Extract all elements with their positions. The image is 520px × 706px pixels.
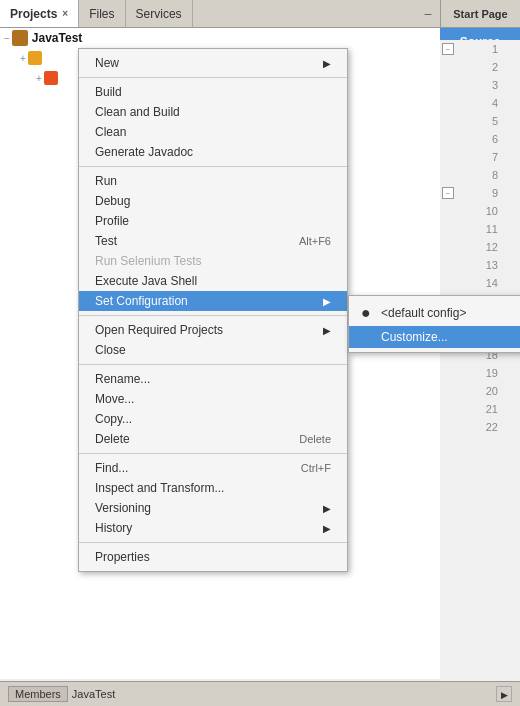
line-numbers-panel: 1−23456789−1011121314151617−1819202122	[440, 40, 520, 706]
status-members-label: Members	[8, 686, 68, 702]
submenu-item-customize[interactable]: Customize...	[349, 326, 520, 348]
line-number-12: 12	[440, 238, 520, 256]
menu-separator-sep1	[79, 77, 347, 78]
tree-collapse-icon: −	[4, 33, 10, 44]
menu-separator-sep3	[79, 315, 347, 316]
menu-arrow-new: ▶	[323, 58, 331, 69]
menu-item-new[interactable]: New▶	[79, 53, 347, 73]
line-number-4: 4	[440, 94, 520, 112]
project-icon	[12, 30, 28, 46]
line-number-20: 20	[440, 382, 520, 400]
line-number-3: 3	[440, 76, 520, 94]
tab-services-label: Services	[136, 7, 182, 21]
tree-root-label: JavaTest	[32, 31, 82, 45]
line-number-21: 21	[440, 400, 520, 418]
set-configuration-submenu: ●<default config>Customize...	[348, 295, 520, 353]
menu-item-label-delete: Delete	[95, 432, 130, 446]
menu-item-copy[interactable]: Copy...	[79, 409, 347, 429]
line-number-9: 9−	[440, 184, 520, 202]
submenu-label-customize: Customize...	[381, 330, 448, 344]
menu-item-label-clean-build: Clean and Build	[95, 105, 180, 119]
menu-separator-sep5	[79, 453, 347, 454]
menu-item-generate-javadoc[interactable]: Generate Javadoc	[79, 142, 347, 162]
menu-item-label-debug: Debug	[95, 194, 130, 208]
line-number-19: 19	[440, 364, 520, 382]
tree-leaf-icon: +	[36, 73, 42, 84]
menu-item-move[interactable]: Move...	[79, 389, 347, 409]
status-icon-area: ▶	[496, 686, 512, 702]
tab-services[interactable]: Services	[126, 0, 193, 27]
line-number-8: 8	[440, 166, 520, 184]
menu-separator-sep4	[79, 364, 347, 365]
menu-item-label-find: Find...	[95, 461, 128, 475]
menu-item-profile[interactable]: Profile	[79, 211, 347, 231]
menu-item-run[interactable]: Run	[79, 171, 347, 191]
menu-item-label-build: Build	[95, 85, 122, 99]
line-number-2: 2	[440, 58, 520, 76]
menu-item-label-generate-javadoc: Generate Javadoc	[95, 145, 193, 159]
menu-item-debug[interactable]: Debug	[79, 191, 347, 211]
line-number-6: 6	[440, 130, 520, 148]
menu-item-inspect[interactable]: Inspect and Transform...	[79, 478, 347, 498]
gutter-fold-icon-9[interactable]: −	[442, 187, 454, 199]
menu-item-find[interactable]: Find...Ctrl+F	[79, 458, 347, 478]
gutter-fold-icon-1[interactable]: −	[442, 43, 454, 55]
menu-item-open-required[interactable]: Open Required Projects▶	[79, 320, 347, 340]
context-menu: New▶BuildClean and BuildCleanGenerate Ja…	[78, 48, 348, 572]
menu-item-close[interactable]: Close	[79, 340, 347, 360]
tab-projects[interactable]: Projects ×	[0, 0, 79, 27]
menu-item-label-open-required: Open Required Projects	[95, 323, 223, 337]
menu-item-label-copy: Copy...	[95, 412, 132, 426]
tab-files-label: Files	[89, 7, 114, 21]
menu-item-label-run: Run	[95, 174, 117, 188]
menu-item-label-properties: Properties	[95, 550, 150, 564]
folder-icon	[28, 51, 42, 65]
menu-item-label-history: History	[95, 521, 132, 535]
menu-item-set-config[interactable]: Set Configuration▶	[79, 291, 347, 311]
line-number-22: 22	[440, 418, 520, 436]
tab-bar: Projects × Files Services −	[0, 0, 440, 28]
menu-item-properties[interactable]: Properties	[79, 547, 347, 567]
line-number-5: 5	[440, 112, 520, 130]
status-button[interactable]: ▶	[496, 686, 512, 702]
menu-shortcut-delete: Delete	[299, 433, 331, 445]
menu-item-clean[interactable]: Clean	[79, 122, 347, 142]
menu-item-label-execute-java: Execute Java Shell	[95, 274, 197, 288]
status-project-label: JavaTest	[72, 688, 115, 700]
menu-item-label-test: Test	[95, 234, 117, 248]
line-number-7: 7	[440, 148, 520, 166]
menu-arrow-set-config: ▶	[323, 296, 331, 307]
submenu-label-default-config: <default config>	[381, 306, 466, 320]
menu-arrow-open-required: ▶	[323, 325, 331, 336]
menu-item-rename[interactable]: Rename...	[79, 369, 347, 389]
start-page-label: Start Page	[453, 8, 507, 20]
submenu-item-default-config[interactable]: ●<default config>	[349, 300, 520, 326]
menu-item-history[interactable]: History▶	[79, 518, 347, 538]
menu-item-clean-build[interactable]: Clean and Build	[79, 102, 347, 122]
menu-item-label-close: Close	[95, 343, 126, 357]
tab-projects-close[interactable]: ×	[62, 8, 68, 19]
menu-arrow-versioning: ▶	[323, 503, 331, 514]
menu-item-delete[interactable]: DeleteDelete	[79, 429, 347, 449]
menu-item-versioning[interactable]: Versioning▶	[79, 498, 347, 518]
menu-item-label-move: Move...	[95, 392, 134, 406]
menu-separator-sep6	[79, 542, 347, 543]
menu-item-execute-java[interactable]: Execute Java Shell	[79, 271, 347, 291]
tab-projects-label: Projects	[10, 7, 57, 21]
menu-item-build[interactable]: Build	[79, 82, 347, 102]
line-number-1: 1−	[440, 40, 520, 58]
menu-item-label-run-selenium: Run Selenium Tests	[95, 254, 202, 268]
tab-files[interactable]: Files	[79, 0, 125, 27]
menu-item-label-clean: Clean	[95, 125, 126, 139]
menu-item-label-new: New	[95, 56, 119, 70]
menu-item-test[interactable]: TestAlt+F6	[79, 231, 347, 251]
menu-shortcut-find: Ctrl+F	[301, 462, 331, 474]
menu-arrow-history: ▶	[323, 523, 331, 534]
start-page-tab[interactable]: Start Page	[440, 0, 520, 28]
line-number-10: 10	[440, 202, 520, 220]
submenu-bullet-default-config: ●	[361, 304, 377, 322]
menu-item-label-rename: Rename...	[95, 372, 150, 386]
menu-item-label-set-config: Set Configuration	[95, 294, 188, 308]
minimize-icon[interactable]: −	[424, 6, 432, 22]
tree-root-row: − JavaTest	[0, 28, 440, 48]
